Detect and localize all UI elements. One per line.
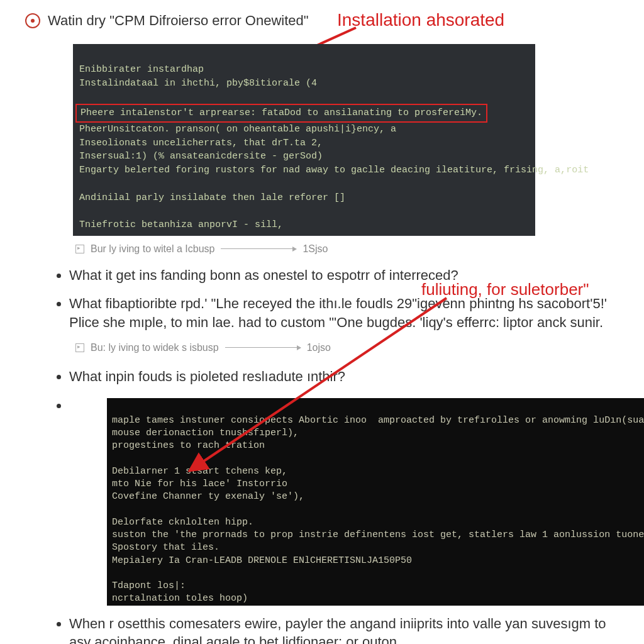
term1-line: Engarty belerted foring rustors for nad … [79, 165, 589, 175]
term2-line: Delorfate cknlolten hipp. [112, 517, 253, 528]
caption-arrow-icon [225, 347, 301, 348]
term2-line: Covefine Channer ty exenaly 'se'), [112, 491, 304, 502]
term1-line: Instalindataal in ihcthi, pby$8itiorale … [79, 78, 317, 89]
caption-box-icon [75, 245, 84, 253]
terminal-list-item: maple tames instuner consiopects Abortic… [69, 396, 625, 606]
term1-line: Inseolionats uncelicherrats, that drT.ta… [79, 138, 323, 148]
term1-line: Tniefrotic betanhiza anporvI - sill, [79, 219, 283, 230]
term2-line: ncrtalnation toles hoop) [112, 593, 248, 604]
term2-line: Debilarner 1 stsart tchens kep, [112, 466, 287, 477]
term2-line: mto Nie for his lace' Instorrio [112, 479, 287, 489]
question-list: What it get ins fanding bonn as onestel … [25, 266, 625, 332]
question-list-2: What inpin fouds is pioleted reslıadute … [25, 367, 625, 644]
caption-1: Bur ly iving to witel a Icbusp 1Sjso [75, 243, 625, 255]
term2-line: suston the 'the prornads to prop instrie… [112, 530, 644, 540]
term2-line: Spostory that iles. [112, 542, 219, 553]
term2-line: Mepialery Ia Cran-LEADB DRENOLE ENlCHERE… [112, 555, 412, 566]
header-row: Watin dry "CPM Difroierso error Onewited… [25, 13, 625, 29]
terminal-output-1: Enibbirater instardhap Instalindataal in… [73, 44, 535, 236]
terminal-output-2: maple tames instuner consiopects Abortic… [107, 398, 644, 606]
term2-line: Tdapont los|: [112, 580, 186, 591]
question-item: When r osetthis comesaters ewire, payler… [69, 614, 625, 645]
header-text: Watin dry "CPM Difroierso error Onewited… [48, 13, 309, 29]
term1-line: Insersual:1) (% ansateanicdersite - gerS… [79, 151, 323, 162]
term1-line: Enibbirater instardhap [79, 64, 204, 75]
caption-box-icon [75, 343, 84, 352]
target-icon [25, 13, 40, 28]
caption-tag: 1ojso [307, 342, 331, 353]
caption-2: Bu: ly iving to widek s isbusp 1ojso [75, 342, 625, 353]
question-item: What fibaptioribte rpd.' "Lhe receyed th… [69, 294, 625, 331]
term2-line: progestines to rach tration [112, 440, 265, 451]
caption-arrow-icon [221, 248, 296, 249]
caption-tag: 1Sjso [303, 243, 328, 255]
term1-line: Andinilal parly insilabate then lale ref… [79, 192, 345, 203]
term2-line: mouse derionaction tnushsfıperl), [112, 428, 299, 438]
terminal-highlight-box: Pheere intalenstor't arprearse: fataDod … [75, 104, 487, 123]
caption-text: Bur ly iving to witel a Icbusp [91, 243, 214, 255]
question-item: What it get ins fanding bonn as onestel … [69, 266, 625, 285]
caption-text: Bu: ly iving to widek s isbusp [91, 342, 219, 353]
term2-line: maple tames instuner consiopects Abortic… [112, 415, 644, 426]
question-item: What inpin fouds is pioleted reslıadute … [69, 367, 625, 386]
term1-line: PheerUnsitcaton. pranson( on oheantable … [79, 124, 396, 135]
